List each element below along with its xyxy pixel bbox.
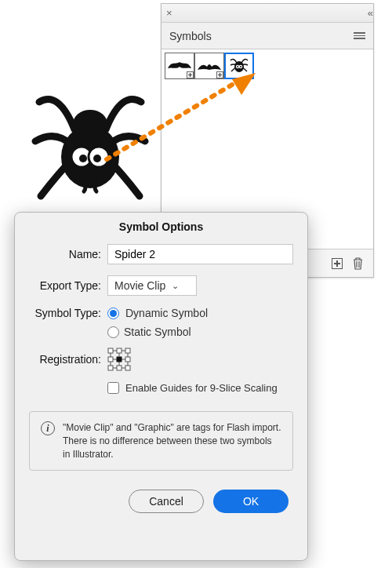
radio-dynamic-symbol[interactable] xyxy=(107,308,119,319)
enable-guides-checkbox[interactable] xyxy=(107,382,119,394)
svg-point-10 xyxy=(93,155,101,162)
svg-point-3 xyxy=(237,66,238,67)
symbol-thumb-spider[interactable] xyxy=(224,53,254,79)
symbol-options-dialog: Symbol Options Name: Export Type: Movie … xyxy=(14,212,308,561)
tab-symbols[interactable]: Symbols xyxy=(169,30,212,42)
svg-rect-22 xyxy=(108,357,113,362)
panel-titlebar: × « xyxy=(162,4,373,23)
dialog-buttons: Cancel OK xyxy=(15,471,307,513)
radio-static-label: Static Symbol xyxy=(124,326,191,338)
radio-dynamic-label: Dynamic Symbol xyxy=(125,307,208,319)
symbol-thumb-bats-1[interactable] xyxy=(165,53,194,79)
export-type-value: Movie Clip xyxy=(114,279,165,292)
registration-label: Registration: xyxy=(29,353,101,366)
plus-badge-icon xyxy=(216,71,223,78)
trash-icon[interactable] xyxy=(352,257,364,270)
collapse-icon[interactable]: « xyxy=(368,7,368,19)
svg-rect-27 xyxy=(125,366,130,370)
name-label: Name: xyxy=(29,248,101,260)
panel-tabs: Symbols xyxy=(162,23,373,49)
svg-point-4 xyxy=(240,66,241,67)
enable-guides-label: Enable Guides for 9-Slice Scaling xyxy=(125,382,278,394)
info-icon: i xyxy=(41,421,55,435)
new-symbol-icon[interactable] xyxy=(332,258,343,269)
ok-button[interactable]: OK xyxy=(213,490,289,513)
info-box: i "Movie Clip" and "Graphic" are tags fo… xyxy=(29,411,293,471)
export-type-select[interactable]: Movie Clip ⌄ xyxy=(107,275,197,296)
svg-rect-20 xyxy=(117,348,122,353)
panel-menu-icon[interactable] xyxy=(354,31,365,41)
svg-rect-21 xyxy=(125,348,130,353)
svg-point-9 xyxy=(79,155,87,162)
svg-rect-23 xyxy=(117,357,122,362)
svg-rect-25 xyxy=(108,366,113,370)
symbol-type-label: Symbol Type: xyxy=(29,307,101,319)
name-input[interactable] xyxy=(107,244,293,264)
registration-grid[interactable] xyxy=(107,348,131,371)
close-icon[interactable]: × xyxy=(166,7,172,19)
cancel-button[interactable]: Cancel xyxy=(129,490,204,513)
chevron-down-icon: ⌄ xyxy=(172,281,179,291)
spider-artwork xyxy=(31,86,149,220)
plus-badge-icon xyxy=(187,71,194,78)
export-type-label: Export Type: xyxy=(29,279,101,292)
radio-static-symbol[interactable] xyxy=(107,326,119,338)
symbol-thumbnails xyxy=(165,53,370,79)
info-text: "Movie Clip" and "Graphic" are tags for … xyxy=(63,421,281,461)
svg-rect-19 xyxy=(108,348,113,353)
svg-rect-24 xyxy=(125,357,130,362)
svg-rect-26 xyxy=(117,366,122,370)
dialog-title: Symbol Options xyxy=(15,213,307,244)
symbol-thumb-bats-2[interactable] xyxy=(194,53,224,79)
